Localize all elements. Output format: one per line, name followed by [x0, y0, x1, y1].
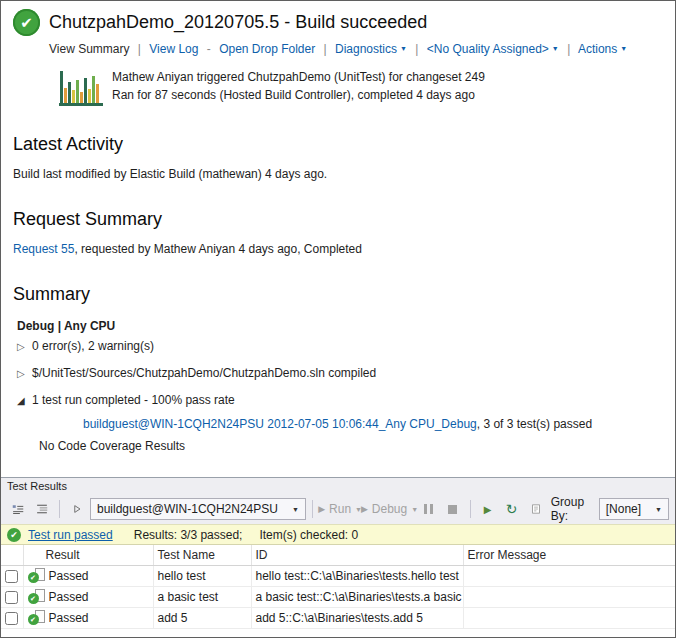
table-header-row: Result Test Name ID Error Message: [1, 545, 675, 565]
test-run-link[interactable]: buildguest@WIN-1CQH2N24PSU 2012-07-05 10…: [83, 417, 477, 431]
row-checkbox[interactable]: [5, 591, 18, 604]
list-view-button[interactable]: [7, 497, 29, 521]
toolbar-separator: [470, 500, 471, 518]
col-checkbox: [1, 545, 23, 565]
group-view-icon: [36, 501, 48, 517]
row-checkbox[interactable]: [5, 612, 18, 625]
request-link[interactable]: Request 55: [13, 242, 74, 256]
test-passed-icon: ✔: [28, 589, 45, 604]
nav-open-drop-folder[interactable]: Open Drop Folder: [219, 42, 315, 56]
test-passed-icon: ✔: [28, 568, 45, 583]
latest-activity-heading: Latest Activity: [13, 134, 665, 155]
trigger-line-2: Ran for 87 seconds (Hosted Build Control…: [112, 86, 485, 104]
request-summary-text: Request 55, requested by Mathew Aniyan 4…: [13, 242, 665, 256]
pause-icon: [424, 504, 433, 514]
error-message-value: [463, 565, 675, 586]
export-results-icon: [530, 501, 542, 517]
title-row: ✔ ChutzpahDemo_20120705.5 - Build succee…: [13, 9, 665, 36]
build-configuration: Debug | Any CPU: [17, 319, 665, 333]
test-name-value: add 5: [153, 607, 251, 628]
test-passed-icon: ✔: [28, 610, 45, 625]
runner-dropdown-value: buildguest@WIN-1CQH2N24PSU: [97, 502, 278, 516]
test-run-passed-link[interactable]: Test run passed: [28, 528, 113, 542]
summary-item-errors: ▷0 error(s), 2 warning(s): [17, 333, 665, 360]
build-nav: View Summary | View Log - Open Drop Fold…: [49, 42, 665, 56]
dropdown-caret-icon: ▼: [292, 506, 299, 513]
dropdown-caret-icon: ▼: [620, 45, 627, 52]
table-row[interactable]: ✔Passed a basic test a basic test::C:\a\…: [1, 586, 675, 607]
col-test-name[interactable]: Test Name: [153, 545, 251, 565]
list-view-icon: [12, 501, 24, 517]
summary-item-test-run-text: 1 test run completed - 100% pass rate: [32, 393, 235, 407]
debug-button[interactable]: ▶ Debug ▼: [363, 497, 415, 521]
col-error-message[interactable]: Error Message: [463, 545, 675, 565]
pause-button[interactable]: [418, 497, 440, 521]
nav-separator: |: [324, 42, 327, 56]
run-view-button[interactable]: [66, 497, 88, 521]
row-checkbox[interactable]: [5, 570, 18, 583]
debug-play-icon: ▶: [361, 504, 368, 514]
expander-collapsed-icon[interactable]: ▷: [17, 334, 32, 360]
expander-expanded-icon[interactable]: ◢: [17, 388, 32, 414]
request-summary-heading: Request Summary: [13, 209, 665, 230]
dropdown-caret-icon: ▼: [655, 506, 662, 513]
play-icon: ▶: [318, 504, 325, 514]
refresh-button[interactable]: ↻: [501, 497, 523, 521]
rerun-button[interactable]: ▶: [477, 497, 499, 521]
toolbar-separator: [59, 500, 60, 518]
refresh-icon: ↻: [506, 502, 518, 516]
test-name-value: hello test: [153, 565, 251, 586]
test-id-value: a basic test::C:\a\Binaries\tests.a basi…: [251, 586, 463, 607]
latest-activity-text: Build last modified by Elastic Build (ma…: [13, 167, 665, 181]
trigger-line-1: Mathew Aniyan triggered ChutzpahDemo (Un…: [112, 68, 485, 86]
test-id-value: add 5::C:\a\Binaries\tests.add 5: [251, 607, 463, 628]
no-code-coverage-text: No Code Coverage Results: [39, 434, 665, 459]
test-results-toolbar: buildguest@WIN-1CQH2N24PSU ▼ ▶ Run ▼ ▶ D…: [1, 494, 675, 524]
nav-separator: |: [567, 42, 570, 56]
nav-separator: |: [138, 42, 141, 56]
nav-diagnostics-label: Diagnostics: [335, 42, 397, 56]
rerun-icon: ▶: [484, 504, 492, 515]
group-by-dropdown[interactable]: [None] ▼: [599, 498, 669, 520]
expander-collapsed-icon[interactable]: ▷: [17, 361, 32, 387]
summary-item-errors-text: 0 error(s), 2 warning(s): [32, 339, 154, 353]
test-name-value: a basic test: [153, 586, 251, 607]
test-run-rest: , 3 of 3 test(s) passed: [477, 417, 592, 431]
trigger-summary: Mathew Aniyan triggered ChutzpahDemo (Un…: [59, 66, 665, 106]
nav-quality[interactable]: <No Quality Assigned>▼: [427, 42, 559, 56]
nav-separator: |: [415, 42, 418, 56]
summary-item-compiled: ▷$/UnitTest/Sources/ChutzpahDemo/Chutzpa…: [17, 360, 665, 387]
build-summary-page: ✔ ChutzpahDemo_20120705.5 - Build succee…: [1, 1, 675, 459]
error-message-value: [463, 586, 675, 607]
table-row[interactable]: ✔Passed add 5 add 5::C:\a\Binaries\tests…: [1, 607, 675, 628]
run-button-label: Run: [329, 502, 351, 516]
test-results-table: Result Test Name ID Error Message ✔Passe…: [1, 545, 675, 629]
summary-item-test-run: ◢1 test run completed - 100% pass rate: [17, 387, 665, 414]
runner-dropdown[interactable]: buildguest@WIN-1CQH2N24PSU ▼: [90, 498, 306, 520]
test-run-passed-icon: ✔: [7, 528, 21, 542]
export-results-button[interactable]: [525, 497, 547, 521]
run-view-icon: [71, 501, 83, 517]
toolbar-separator: [312, 500, 313, 518]
table-row[interactable]: ✔Passed hello test hello test::C:\a\Bina…: [1, 565, 675, 586]
debug-button-label: Debug: [372, 502, 407, 516]
summary-item-compiled-text: $/UnitTest/Sources/ChutzpahDemo/Chutzpah…: [32, 366, 376, 380]
stop-button[interactable]: [442, 497, 464, 521]
dropdown-caret-icon: ▼: [400, 45, 407, 52]
test-results-panel: Test Results buildguest@WIN-1CQH2N24PSU …: [1, 477, 675, 637]
build-history-chart-icon: [59, 66, 103, 106]
test-run-detail: buildguest@WIN-1CQH2N24PSU 2012-07-05 10…: [83, 414, 665, 434]
col-result[interactable]: Result: [23, 545, 153, 565]
nav-diagnostics[interactable]: Diagnostics▼: [335, 42, 407, 56]
nav-actions[interactable]: Actions▼: [578, 42, 627, 56]
test-id-value: hello test::C:\a\Binaries\tests.hello te…: [251, 565, 463, 586]
results-table-wrap: Result Test Name ID Error Message ✔Passe…: [1, 545, 675, 637]
run-button[interactable]: ▶ Run ▼: [319, 497, 361, 521]
nav-view-log[interactable]: View Log: [149, 42, 198, 56]
summary-heading: Summary: [13, 284, 665, 305]
status-results-text: Results: 3/3 passed;: [134, 528, 243, 542]
group-view-button[interactable]: [31, 497, 53, 521]
dropdown-caret-icon: ▼: [552, 45, 559, 52]
col-id[interactable]: ID: [251, 545, 463, 565]
nav-view-summary[interactable]: View Summary: [49, 42, 129, 56]
